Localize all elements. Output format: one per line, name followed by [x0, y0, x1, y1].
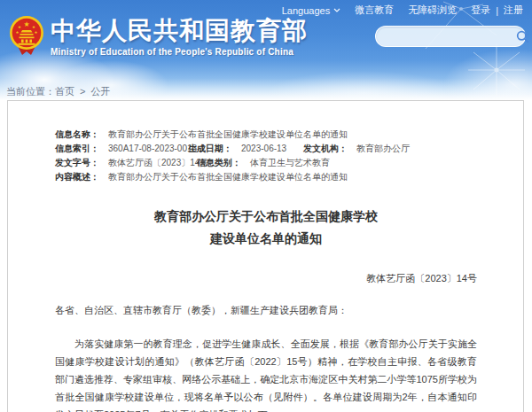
meta-summary-label: 内容概述： [55, 170, 99, 184]
meta-row-index: 信息索引： 360A17-08-2023-0013-1 生成日期： 2023-0… [55, 142, 477, 156]
meta-date-label: 生成日期： [188, 142, 232, 156]
breadcrumb-separator: > [80, 86, 85, 97]
cloud-decoration [266, 71, 461, 100]
breadcrumb: 当前位置：首页>公开 [6, 85, 110, 98]
site-header: Languages 微言教育 无障碍浏览 登录 | 注册 ★ ★ ★ ★ ★ [0, 0, 532, 100]
chevron-down-icon [333, 8, 340, 12]
meta-category-label: 信息类别： [197, 156, 241, 170]
document-number: 教体艺厅函〔2023〕14号 [55, 269, 477, 287]
meta-row-summary: 内容概述： 教育部办公厅关于公布首批全国健康学校建设单位名单的通知 [55, 170, 477, 184]
topbar-divider: | [496, 5, 498, 16]
topbar: Languages 微言教育 无障碍浏览 登录 | 注册 [282, 4, 523, 17]
breadcrumb-current[interactable]: 公开 [90, 86, 110, 97]
document-title: 教育部办公厅关于公布首批全国健康学校 建设单位名单的通知 [55, 206, 477, 250]
register-link[interactable]: 注册 [504, 4, 523, 17]
site-title-en: Ministry of Education of the People's Re… [51, 47, 308, 57]
weiyan-education-link[interactable]: 微言教育 [355, 4, 394, 17]
document-title-line1: 教育部办公厅关于公布首批全国健康学校 [55, 206, 477, 228]
logo-text: 中华人民共和国教育部 Ministry of Education of the … [51, 15, 308, 57]
meta-row-name: 信息名称： 教育部办公厅关于公布首批全国健康学校建设单位名单的通知 [55, 128, 477, 142]
accessibility-link[interactable]: 无障碍浏览 [408, 4, 457, 17]
meta-agency-label: 发文机构： [303, 142, 348, 156]
login-link[interactable]: 登录 [471, 4, 490, 17]
breadcrumb-home[interactable]: 首页 [55, 86, 74, 97]
meta-docno-value: 教体艺厅函〔2023〕14号 [108, 156, 208, 170]
meta-name-label: 信息名称： [55, 128, 99, 142]
search-button[interactable] [516, 27, 529, 46]
document-title-line2: 建设单位名单的通知 [55, 228, 477, 250]
svg-text:★: ★ [32, 25, 35, 29]
page: Languages 微言教育 无障碍浏览 登录 | 注册 ★ ★ ★ ★ ★ [0, 0, 532, 412]
dandelion-decoration [461, 40, 532, 100]
svg-text:★: ★ [18, 25, 21, 29]
cloud-decoration [443, 49, 532, 100]
meta-date-value: 2023-06-13 [241, 142, 286, 156]
meta-category-value: 体育卫生与艺术教育 [250, 156, 330, 170]
meta-index-label: 信息索引： [55, 142, 99, 156]
search-icon [516, 30, 529, 43]
site-title-cn: 中华人民共和国教育部 [51, 18, 308, 44]
national-emblem-icon: ★ ★ ★ ★ ★ [9, 15, 44, 57]
site-logo[interactable]: ★ ★ ★ ★ ★ 中华人民共和国教育部 Ministry of Educati… [9, 15, 308, 57]
svg-text:★: ★ [34, 30, 37, 35]
meta-name-value: 教育部办公厅关于公布首批全国健康学校建设单位名单的通知 [108, 128, 348, 142]
svg-text:★: ★ [15, 30, 19, 35]
languages-label: Languages [282, 5, 330, 16]
svg-text:★: ★ [23, 20, 29, 28]
meta-docno-label: 发文字号： [55, 156, 99, 170]
meta-row-docno: 发文字号： 教体艺厅函〔2023〕14号 信息类别： 体育卫生与艺术教育 [55, 156, 477, 170]
document-body-paragraph: 为落实健康第一的教育理念，促进学生健康成长、全面发展，根据《教育部办公厅关于实施… [55, 335, 477, 412]
document-panel: 信息名称： 教育部办公厅关于公布首批全国健康学校建设单位名单的通知 信息索引： … [7, 100, 524, 412]
meta-summary-value: 教育部办公厅关于公布首批全国健康学校建设单位名单的通知 [108, 170, 348, 184]
search-bar [375, 26, 526, 47]
search-input[interactable] [376, 27, 516, 46]
breadcrumb-prefix: 当前位置： [6, 86, 55, 97]
meta-agency-value: 教育部办公厅 [356, 142, 410, 156]
document-meta: 信息名称： 教育部办公厅关于公布首批全国健康学校建设单位名单的通知 信息索引： … [55, 128, 477, 184]
languages-menu[interactable]: Languages [282, 5, 340, 16]
document-salutation: 各省、自治区、直辖市教育厅（教委），新疆生产建设兵团教育局： [55, 301, 477, 319]
